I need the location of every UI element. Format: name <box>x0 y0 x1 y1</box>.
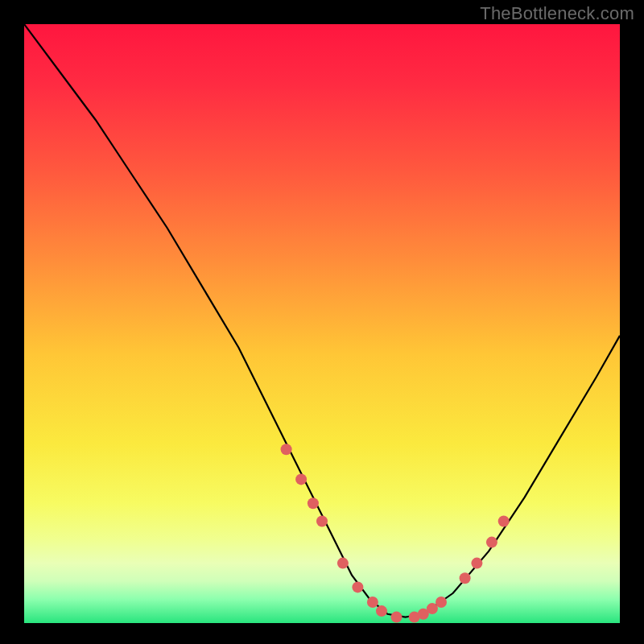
marker-dot <box>295 473 307 485</box>
marker-dot <box>391 612 402 623</box>
bottleneck-curve <box>24 24 620 617</box>
marker-dot <box>337 558 349 569</box>
marker-dot <box>281 444 292 455</box>
marker-dot <box>460 572 471 584</box>
marker-dot <box>436 597 447 608</box>
marker-dot <box>486 537 497 548</box>
marker-dot <box>308 497 319 509</box>
marker-dots <box>281 444 510 622</box>
marker-dot <box>316 516 328 527</box>
marker-dot <box>498 516 510 527</box>
chart-frame: TheBottleneck.com <box>0 0 644 644</box>
marker-dot <box>376 605 387 617</box>
marker-dot <box>471 558 482 569</box>
marker-dot <box>352 581 363 592</box>
chart-svg <box>24 24 620 623</box>
watermark-text: TheBottleneck.com <box>480 3 634 24</box>
marker-dot <box>367 597 378 608</box>
